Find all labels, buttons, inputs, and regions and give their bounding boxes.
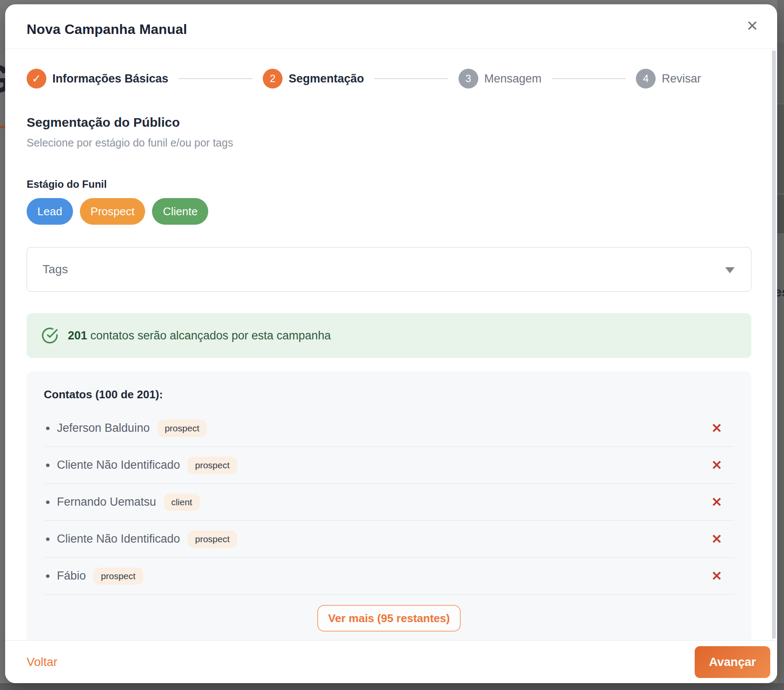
stage-pill-prospect[interactable]: Prospect: [80, 198, 146, 225]
close-icon[interactable]: ✕: [742, 15, 763, 36]
contact-name: Jeferson Balduino: [57, 421, 150, 435]
remove-contact-icon[interactable]: ✕: [711, 570, 722, 583]
next-button[interactable]: Avançar: [695, 646, 770, 678]
remove-contact-icon[interactable]: ✕: [711, 459, 722, 472]
scrollbar[interactable]: [772, 50, 776, 639]
reach-alert-text: 201 contatos serão alcançados por esta c…: [68, 329, 331, 342]
bullet-icon: •: [46, 496, 50, 509]
check-circle-icon: [41, 327, 58, 344]
modal-header: Nova Campanha Manual ✕: [5, 4, 777, 49]
contact-tag-badge: prospect: [94, 568, 143, 585]
step-revisar[interactable]: 4 Revisar: [636, 69, 701, 89]
step-number: 4: [636, 69, 656, 89]
step-label: Revisar: [662, 72, 701, 85]
stepper-connector: [552, 78, 626, 79]
tags-dropdown[interactable]: Tags: [27, 247, 751, 292]
step-informacoes-basicas[interactable]: ✓ Informações Básicas: [27, 69, 168, 89]
contacts-panel: Contatos (100 de 201): • Jeferson Baldui…: [27, 372, 751, 640]
new-campaign-modal: Nova Campanha Manual ✕ ✓ Informações Bás…: [5, 4, 777, 683]
stage-pill-cliente[interactable]: Cliente: [152, 198, 208, 225]
stage-pill-lead[interactable]: Lead: [27, 198, 73, 225]
step-label: Segmentação: [289, 72, 364, 85]
contacts-list: • Jeferson Balduino prospect ✕ • Cliente…: [44, 410, 734, 595]
bullet-icon: •: [46, 459, 50, 472]
dimmed-background-patch: [777, 43, 784, 103]
dimmed-background-patch: [0, 683, 784, 690]
contact-row: • Jeferson Balduino prospect ✕: [44, 410, 734, 447]
stepper: ✓ Informações Básicas 2 Segmentação 3 Me…: [27, 69, 751, 89]
contact-row: • Fábio prospect ✕: [44, 558, 734, 595]
page-subtitle: Selecione por estágio do funil e/ou por …: [27, 137, 751, 149]
contact-row: • Cliente Não Identificado prospect ✕: [44, 521, 734, 558]
page-title: Segmentação do Público: [27, 115, 751, 130]
remove-contact-icon[interactable]: ✕: [711, 496, 722, 509]
dimmed-background-patch: [777, 104, 784, 193]
contact-name: Fernando Uematsu: [57, 495, 156, 509]
step-done-check-icon: ✓: [27, 69, 46, 89]
contact-tag-badge: client: [164, 494, 200, 511]
remove-contact-icon[interactable]: ✕: [711, 422, 722, 435]
step-mensagem[interactable]: 3 Mensagem: [459, 69, 542, 89]
background-accent-fragment: [0, 126, 5, 128]
contacts-header: Contatos (100 de 201):: [44, 388, 734, 401]
remove-contact-icon[interactable]: ✕: [711, 533, 722, 546]
reach-text: contatos serão alcançados por esta campa…: [87, 329, 331, 342]
chevron-down-icon: [725, 267, 735, 273]
contact-tag-badge: prospect: [188, 457, 237, 474]
step-label: Mensagem: [484, 72, 542, 85]
contact-name: Cliente Não Identificado: [57, 532, 180, 546]
funnel-stage-label: Estágio do Funil: [27, 178, 751, 190]
contact-tag-badge: prospect: [158, 420, 207, 437]
stepper-connector: [374, 78, 448, 79]
bullet-icon: •: [46, 533, 50, 546]
reach-count: 201: [68, 329, 87, 342]
bullet-icon: •: [46, 422, 50, 435]
back-button[interactable]: Voltar: [27, 655, 58, 669]
funnel-stage-pills: Lead Prospect Cliente: [27, 198, 751, 225]
modal-body: ✓ Informações Básicas 2 Segmentação 3 Me…: [5, 49, 777, 640]
show-more-button[interactable]: Ver mais (95 restantes): [317, 605, 461, 632]
step-number: 3: [459, 69, 478, 89]
dimmed-background-band: [777, 0, 784, 690]
dimmed-background-patch: [777, 195, 784, 233]
step-number: 2: [263, 69, 283, 89]
contact-row: • Cliente Não Identificado prospect ✕: [44, 447, 734, 484]
modal-footer: Voltar Avançar: [5, 640, 777, 683]
contact-name: Cliente Não Identificado: [57, 458, 180, 472]
step-segmentacao[interactable]: 2 Segmentação: [263, 69, 364, 89]
contact-tag-badge: prospect: [188, 531, 237, 548]
contact-name: Fábio: [57, 569, 86, 583]
bullet-icon: •: [46, 570, 50, 583]
tags-placeholder: Tags: [43, 263, 68, 276]
stepper-connector: [179, 78, 252, 79]
modal-title: Nova Campanha Manual: [27, 21, 756, 37]
reach-alert: 201 contatos serão alcançados por esta c…: [27, 313, 751, 358]
contact-row: • Fernando Uematsu client ✕: [44, 484, 734, 521]
step-label: Informações Básicas: [52, 72, 168, 85]
